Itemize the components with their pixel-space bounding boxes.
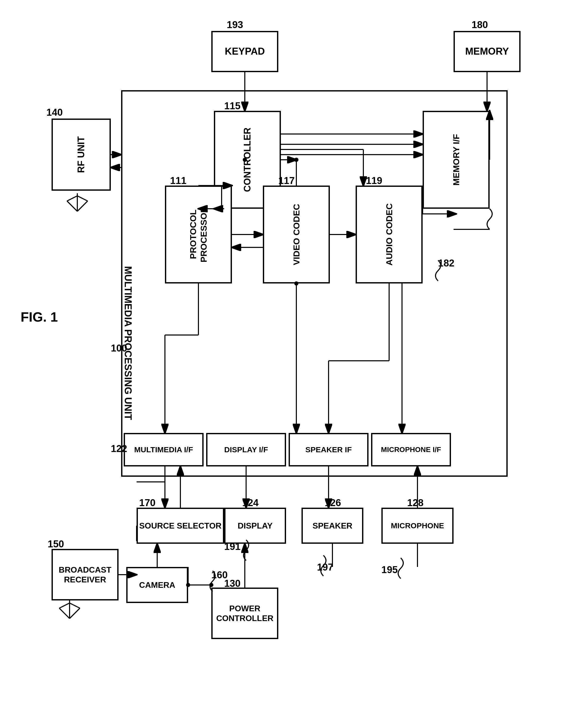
ref-197: 197 [317,562,333,573]
video-codec-ref: 117 [278,175,295,186]
protocol-processor-ref: 111 [170,175,186,186]
mpu-ref: 100 [111,343,127,354]
controller-ref: 115 [224,101,240,112]
rf-unit-box: RF UNIT [52,119,111,191]
svg-line-8 [59,608,70,618]
svg-line-9 [70,608,80,618]
audio-codec-ref: 119 [366,175,382,186]
memory-box: MEMORY [454,31,521,72]
memory-if-box: MEMORY I/F [423,111,490,209]
rf-unit-ref: 140 [46,107,63,118]
ref-160: 160 [211,570,228,581]
memory-if-ref: 182 [438,258,454,269]
speaker-if-box: SPEAKER IF [289,433,369,466]
power-controller-box: POWER CONTROLLER [211,588,278,639]
display-box: DISPLAY [224,508,286,544]
page: FIG. 1 KEYPAD 193 MEMORY 180 RF UNIT 140… [0,0,561,728]
microphone-if-box: MICROPHONE I/F [371,433,451,466]
multimedia-if-box: MULTIMEDIA I/F [124,433,204,466]
mpu-label: MULTIMEDIA PROCESSING UNIT [122,111,133,420]
svg-point-60 [209,583,213,587]
protocol-processor-box: PROTOCOL PROCESSOR [165,186,232,283]
source-selector-box: SOURCE SELECTOR [137,508,224,544]
svg-line-10 [59,603,70,608]
keypad-ref: 193 [227,19,243,30]
speaker-ref: 126 [325,497,341,508]
svg-line-3 [67,201,77,211]
camera-box: CAMERA [126,567,188,603]
source-selector-ref: 170 [139,497,155,508]
speaker-box: SPEAKER [302,508,363,544]
multimedia-if-ref: 122 [111,443,127,454]
svg-line-11 [70,603,80,608]
keypad-box: KEYPAD [211,31,278,72]
broadcast-receiver-ref: 150 [48,539,64,550]
audio-codec-box: AUDIO CODEC [356,186,423,283]
display-ref: 124 [242,497,258,508]
display-if-box: DISPLAY I/F [206,433,286,466]
broadcast-receiver-box: BROADCAST RECEIVER [52,549,119,600]
fig-label: FIG. 1 [21,309,58,325]
video-codec-box: VIDEO CODEC [263,186,330,283]
svg-line-5 [67,196,77,201]
microphone-box: MICROPHONE [381,508,454,544]
ref-191: 191 [224,541,240,552]
microphone-ref: 128 [407,497,423,508]
svg-line-6 [77,196,88,201]
svg-line-4 [77,201,88,211]
memory-ref: 180 [472,19,488,30]
ref-195: 195 [381,564,398,575]
